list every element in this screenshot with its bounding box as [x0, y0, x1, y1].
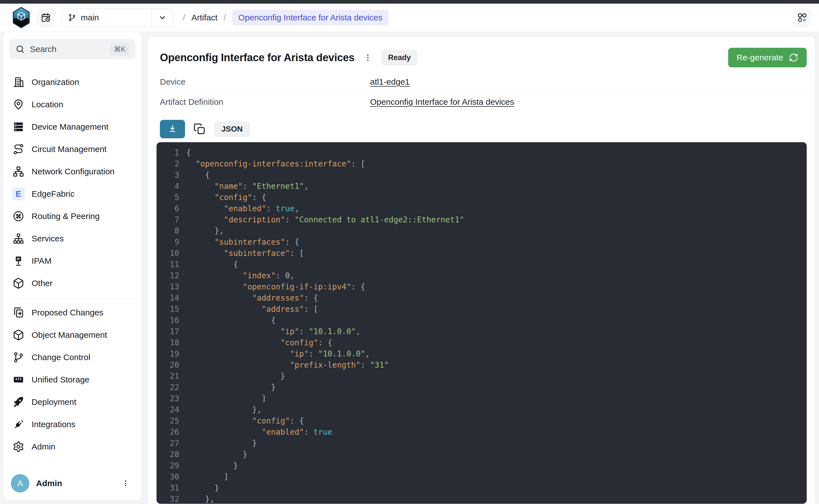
sidebar-item-label: Other: [32, 279, 53, 288]
route-icon: [13, 143, 24, 155]
line-number: 13: [156, 281, 179, 293]
chevron-down-icon: [158, 13, 167, 22]
sidebar-item-routing-peering[interactable]: Routing & Peering: [9, 205, 135, 227]
sidebar-item-proposed-changes[interactable]: Proposed Changes: [9, 301, 135, 324]
sidebar-item-label: Services: [32, 234, 64, 243]
status-badge: Ready: [381, 50, 417, 66]
line-number: 23: [156, 393, 179, 404]
sidebar-item-device-management[interactable]: Device Management: [9, 116, 135, 138]
line-number: 8: [156, 225, 179, 237]
code-line-content: }: [179, 438, 257, 449]
plug-icon: [13, 419, 24, 430]
sidebar-item-location[interactable]: Location: [9, 93, 135, 116]
sidebar-item-admin[interactable]: Admin: [9, 436, 135, 458]
code-line-content: "prefix-length": "31": [179, 360, 389, 371]
code-line: 2 "openconfig-interfaces:interface": [: [156, 158, 807, 170]
format-badge: JSON: [214, 121, 250, 137]
sidebar-item-label: Organization: [32, 77, 79, 87]
branch-name: main: [81, 13, 99, 22]
code-line: 15 "address": [: [156, 304, 807, 315]
file-diff-icon: [13, 307, 24, 318]
sidebar-item-integrations[interactable]: Integrations: [9, 413, 135, 436]
line-number: 4: [156, 181, 179, 192]
sidebar: Search ⌘K Organization Location: [3, 32, 142, 501]
workflow-icon: [797, 12, 808, 23]
calendar-button[interactable]: [37, 9, 55, 27]
code-line-content: "ip": "10.1.0.0",: [179, 326, 360, 337]
line-number: 29: [156, 460, 179, 471]
code-line-content: ]: [179, 471, 229, 482]
breadcrumb-separator: /: [183, 13, 185, 23]
line-number: 1: [156, 147, 179, 158]
breadcrumb: / Artifact / Openconfig Interface for Ar…: [183, 10, 388, 25]
page-title: Openconfig Interface for Arista devices: [160, 52, 354, 64]
window-top-strip: [0, 0, 819, 4]
line-number: 22: [156, 382, 179, 393]
code-line: 3 {: [156, 170, 807, 181]
sidebar-item-deployment[interactable]: Deployment: [9, 391, 135, 413]
artifact-toolbar: JSON: [160, 120, 807, 138]
code-line-content: "subinterface": [: [179, 248, 304, 259]
line-number: 31: [156, 482, 179, 494]
code-line: 11 {: [156, 259, 807, 270]
breadcrumb-parent[interactable]: Artifact: [191, 13, 217, 22]
code-line-content: "index": 0,: [179, 270, 294, 281]
app-logo-icon[interactable]: [12, 7, 30, 28]
download-button[interactable]: [160, 120, 185, 138]
git-branch-icon: [68, 13, 76, 22]
sidebar-item-organization[interactable]: Organization: [9, 71, 135, 93]
sidebar-item-services[interactable]: Services: [9, 227, 135, 250]
sidebar-item-circuit-management[interactable]: Circuit Management: [9, 138, 135, 160]
copy-button[interactable]: [193, 122, 206, 136]
topbar: main / Artifact / Openconfig Interface f…: [0, 4, 819, 32]
sidebar-item-other[interactable]: Other: [9, 272, 135, 294]
artifact-definition-link[interactable]: Openconfig Interface for Arista devices: [370, 97, 514, 107]
code-line: 9 "subinterfaces": {: [156, 237, 807, 248]
regenerate-button[interactable]: Re-generate: [728, 48, 807, 67]
sidebar-item-object-management[interactable]: Object Management: [9, 324, 135, 346]
sidebar-item-change-control[interactable]: Change Control: [9, 346, 135, 369]
line-number: 25: [156, 415, 179, 427]
code-line: 22 }: [156, 382, 807, 393]
code-line-content: "description": "Connected to atl1-edge2:…: [179, 214, 464, 225]
sidebar-divider: [10, 298, 134, 298]
code-line-content: },: [179, 494, 214, 504]
search-shortcut: ⌘K: [110, 43, 129, 55]
main-content: Openconfig Interface for Arista devices …: [147, 36, 815, 504]
breadcrumb-current[interactable]: Openconfig Interface for Arista devices: [232, 10, 388, 25]
sidebar-item-unified-storage[interactable]: Unified Storage: [9, 369, 135, 391]
detail-table: Device atl1-edge1 Artifact Definition Op…: [160, 72, 807, 112]
calendar-clock-icon: [41, 13, 51, 23]
sidebar-item-edgefabric[interactable]: E EdgeFabric: [9, 183, 135, 205]
code-line: 19 "ip": "10.1.0.0",: [156, 348, 807, 360]
code-line-content: "openconfig-if-ip:ipv4": {: [179, 281, 365, 293]
code-line-content: ]: [179, 393, 266, 404]
code-line: 25 "config": {: [156, 415, 807, 427]
code-line: 21 }: [156, 371, 807, 382]
title-menu-button[interactable]: [362, 52, 373, 63]
topology-button[interactable]: [793, 9, 811, 27]
building-icon: [13, 76, 24, 88]
branch-selector-caret[interactable]: [152, 9, 173, 26]
device-link[interactable]: atl1-edge1: [370, 77, 410, 87]
sidebar-item-network-configuration[interactable]: Network Configuration: [9, 160, 135, 183]
network-icon: [13, 166, 24, 177]
code-line-content: {: [179, 315, 275, 326]
user-row[interactable]: A Admin: [9, 472, 135, 495]
code-viewer[interactable]: 1{2 "openconfig-interfaces:interface": […: [156, 142, 807, 504]
branch-selector[interactable]: main: [61, 9, 173, 27]
line-number: 26: [156, 427, 179, 438]
line-number: 32: [156, 494, 179, 504]
rocket-icon: [13, 396, 24, 408]
sidebar-primary-nav: Organization Location Device Management: [9, 71, 135, 294]
code-line: 8 },: [156, 225, 807, 237]
sidebar-item-ipam[interactable]: IP IPAM: [9, 250, 135, 272]
edgefabric-badge: E: [12, 187, 25, 200]
code-line: 28 }: [156, 449, 807, 460]
code-line: 20 "prefix-length": "31": [156, 360, 807, 371]
user-menu-button[interactable]: [121, 479, 130, 488]
line-number: 12: [156, 270, 179, 281]
search-input[interactable]: Search ⌘K: [9, 39, 135, 59]
line-number: 28: [156, 449, 179, 460]
map-pin-icon: [13, 99, 24, 110]
